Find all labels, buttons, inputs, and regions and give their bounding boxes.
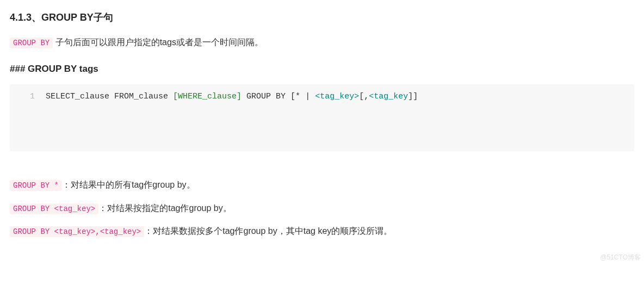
definition-item: GROUP BY <tag_key>,<tag_key>：对结果数据按多个tag… — [10, 224, 634, 239]
code-token: tag_key — [320, 92, 354, 101]
watermark: @51CTO博客 — [600, 253, 641, 262]
code-token: tag_key — [374, 92, 408, 101]
definition-item: GROUP BY <tag_key>：对结果按指定的tag作group by。 — [10, 201, 634, 216]
code-token: < — [315, 92, 320, 101]
section-heading: 4.1.3、GROUP BY子句 — [10, 11, 634, 24]
definition-item: GROUP BY *：对结果中的所有tag作group by。 — [10, 177, 634, 193]
intro-paragraph: GROUP BY 子句后面可以跟用户指定的tags或者是一个时间间隔。 — [10, 35, 634, 51]
definition-text: ：对结果按指定的tag作group by。 — [98, 203, 232, 213]
vertical-spacer — [10, 151, 634, 170]
article-body: 4.1.3、GROUP BY子句 GROUP BY 子句后面可以跟用户指定的ta… — [0, 0, 644, 263]
code-line: 1 SELECT_clause FROM_clause [WHERE_claus… — [10, 84, 634, 109]
definition-text: ：对结果数据按多个tag作group by，其中tag key的顺序没所谓。 — [144, 226, 392, 236]
code-token: [WHERE_clause] — [173, 92, 242, 101]
inline-code: GROUP BY <tag_key>,<tag_key> — [10, 226, 144, 237]
code-token: GROUP BY [ — [242, 92, 295, 101]
definition-text: ：对结果中的所有tag作group by。 — [62, 180, 195, 189]
code-token: SELECT_clause FROM_clause — [46, 92, 173, 101]
line-number: 1 — [10, 84, 42, 109]
code-token: * — [295, 92, 300, 101]
inline-code: GROUP BY <tag_key> — [10, 203, 98, 214]
inline-code: GROUP BY * — [10, 180, 62, 191]
code-block-padding — [10, 109, 634, 151]
intro-text: 子句后面可以跟用户指定的tags或者是一个时间间隔。 — [55, 38, 263, 47]
code-token: < — [369, 92, 374, 101]
code-content: SELECT_clause FROM_clause [WHERE_clause]… — [42, 84, 634, 109]
inline-code-group-by: GROUP BY — [10, 38, 53, 48]
code-token: | — [300, 92, 315, 101]
code-token: > — [354, 92, 359, 101]
code-block: 1 SELECT_clause FROM_clause [WHERE_claus… — [10, 84, 634, 151]
code-token: ]] — [408, 92, 418, 101]
code-token: [, — [359, 92, 369, 101]
subsection-heading: ### GROUP BY tags — [10, 64, 634, 75]
